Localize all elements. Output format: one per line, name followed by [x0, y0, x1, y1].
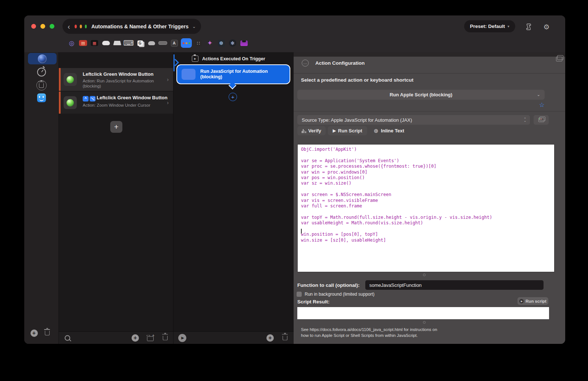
- run-script-button[interactable]: ▶ Run Script: [328, 126, 367, 135]
- actions-footer: ▶ +: [173, 331, 294, 344]
- ellipsis-circle-icon: …: [302, 60, 309, 67]
- trash-icon: [163, 335, 168, 340]
- add-trigger-button[interactable]: +: [110, 121, 122, 133]
- keyboard-icon[interactable]: ⌨: [124, 39, 133, 47]
- close-window-button[interactable]: [31, 24, 36, 29]
- magic-mouse-icon[interactable]: [101, 39, 111, 47]
- timer-icon: [37, 68, 46, 76]
- numpad-icon[interactable]: ∷: [194, 39, 203, 47]
- function-name-input[interactable]: someJavaScriptFunction: [365, 280, 544, 290]
- action-dropdown[interactable]: Run Apple Script (blocking) ⌄: [297, 90, 545, 100]
- control-key-badge: ^: [83, 96, 89, 102]
- script-result-label: Script Result:: [297, 299, 330, 305]
- pad-grid-icon[interactable]: ▦: [90, 39, 99, 47]
- trigger-color-tag: [59, 92, 61, 114]
- script-editor[interactable]: ObjC.import('AppKit') var se = Applicati…: [297, 144, 555, 272]
- run-script-small-button[interactable]: ▶ Run script: [517, 297, 548, 305]
- green-orb-icon: [67, 99, 74, 106]
- green-dot-icon: [85, 25, 87, 28]
- sidebar: +: [24, 52, 58, 344]
- trash-icon: [45, 331, 50, 335]
- action-card-icon: [182, 69, 196, 80]
- device-type-strip: ◎ ▤ ▦ ⌨ G A ∷ ✦ ❆ ✻: [67, 38, 249, 48]
- star-gesture-icon[interactable]: ✦: [205, 39, 215, 47]
- function-to-call-label: Function to call (optional):: [297, 282, 359, 288]
- action-configuration-panel: … Action Configuration Select a predefin…: [294, 52, 565, 344]
- key-sequence-icon[interactable]: G: [135, 39, 145, 47]
- plus-icon: +: [132, 334, 139, 342]
- window-buttons-icon[interactable]: [181, 38, 192, 48]
- add-trigger-footer-button[interactable]: +: [132, 334, 139, 342]
- trigger-list: Leftclick Green Window Button Action: Ru…: [58, 52, 173, 344]
- mouse-icon[interactable]: [147, 39, 156, 47]
- trackpad-icon[interactable]: [112, 39, 122, 47]
- floppy-icon[interactable]: [239, 39, 249, 47]
- dial-icon[interactable]: ◎: [67, 39, 76, 47]
- mini-window-icon: [538, 118, 544, 122]
- script-result-output[interactable]: [297, 307, 549, 319]
- swirl-icon[interactable]: ✻: [228, 39, 237, 47]
- trigger-row-selected[interactable]: Leftclick Green Window Button Action: Ru…: [59, 68, 173, 91]
- option-key-badge: ⌥: [90, 96, 96, 102]
- run-in-background-checkbox[interactable]: [297, 292, 302, 297]
- page-title: Automations & Named & Other Triggers: [91, 24, 188, 29]
- trash-icon: [283, 335, 287, 340]
- window-body: + Leftclick Green Window Button Action: …: [24, 52, 565, 344]
- chevron-down-icon: ⌄: [537, 92, 540, 97]
- trigger-action-connector: [173, 54, 175, 71]
- search-button[interactable]: [65, 335, 70, 341]
- trigger-row[interactable]: ^⌥Leftclick Green Window Button Action: …: [59, 92, 173, 114]
- back-chevron-icon[interactable]: ‹: [68, 23, 70, 30]
- resize-handle[interactable]: [423, 274, 426, 276]
- green-orb-icon: [67, 76, 74, 83]
- add-action-footer-button[interactable]: +: [266, 334, 274, 342]
- chevron-right-icon: ›: [167, 76, 169, 82]
- action-card-selected[interactable]: Run JavaScript for Automation (blocking): [176, 64, 290, 84]
- delete-trigger-button[interactable]: [163, 335, 168, 340]
- config-header: Action Configuration: [315, 60, 365, 66]
- copy-window-button[interactable]: [534, 115, 549, 125]
- titlebar: ‹ Automations & Named & Other Triggers ⌄…: [24, 15, 565, 52]
- circled-play-icon: ▶: [519, 299, 524, 303]
- trigger-title: Leftclick Green Window Button: [83, 71, 168, 77]
- minimize-window-button[interactable]: [40, 24, 45, 29]
- remote-icon[interactable]: [158, 39, 168, 47]
- predefined-action-label: Select a predefined action or keyboard s…: [301, 77, 413, 83]
- sidebar-item-trash[interactable]: [24, 80, 58, 90]
- folder-plus-icon: [147, 336, 154, 341]
- run-in-background-row: Run in background (limited support): [297, 292, 374, 297]
- play-icon: ▶: [333, 128, 336, 133]
- zoom-window-button[interactable]: [50, 24, 54, 29]
- text-caret: [301, 229, 302, 234]
- sidebar-item-recent[interactable]: [24, 68, 58, 76]
- preset-selector[interactable]: Preset: Default ▾: [464, 20, 515, 32]
- verify-button[interactable]: Verify: [297, 126, 326, 135]
- app-key-icon[interactable]: A: [169, 39, 179, 47]
- red-dot-icon: [75, 25, 77, 28]
- delete-action-button[interactable]: [283, 335, 287, 340]
- resize-handle[interactable]: [423, 321, 426, 324]
- updown-chevron-icon: ⌃⌄: [524, 118, 526, 122]
- trigger-group-selector[interactable]: ‹ Automations & Named & Other Triggers ⌄: [62, 19, 201, 34]
- sidebar-item-finder[interactable]: [24, 93, 58, 102]
- run-actions-button[interactable]: ▶: [178, 334, 186, 342]
- windows-cascade-icon[interactable]: [556, 57, 562, 61]
- streamdeck-icon[interactable]: ▤: [78, 39, 88, 47]
- source-type-select[interactable]: Source Type: Apple JavaScript for Automa…: [297, 115, 530, 125]
- chevron-right-icon: ›: [167, 100, 169, 106]
- settings-gear-icon[interactable]: ⚙: [542, 23, 551, 31]
- add-group-button[interactable]: [147, 335, 154, 341]
- scripts-icon[interactable]: [525, 23, 533, 31]
- add-action-button[interactable]: +: [229, 93, 237, 101]
- globe-icon: [38, 54, 47, 63]
- run-in-background-label: Run in background (limited support): [305, 292, 374, 297]
- sidebar-item-globe-selected[interactable]: [28, 53, 57, 64]
- action-card-title: Run JavaScript for Automation (blocking): [200, 69, 285, 80]
- search-icon: [65, 335, 70, 341]
- divider: [294, 73, 565, 74]
- favorite-star-icon[interactable]: ☆: [539, 101, 545, 109]
- docs-hint-line1: See https://docs.folivora.ai/docs/1106_j…: [301, 327, 437, 332]
- inline-text-toggle[interactable]: ⊛ Inline Text: [374, 126, 404, 135]
- divider: [294, 111, 565, 111]
- snowflake-icon[interactable]: ❆: [216, 39, 226, 47]
